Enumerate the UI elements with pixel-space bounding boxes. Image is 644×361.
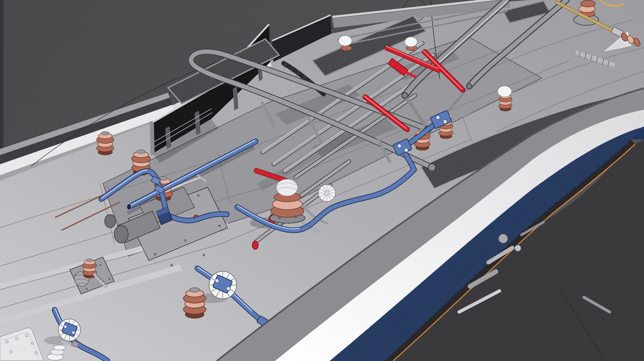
frame-joint-1: [402, 92, 408, 98]
linkage-hub-2: [514, 245, 521, 251]
white-cap-insulator-2: [405, 37, 417, 47]
render-canvas[interactable]: [0, 0, 644, 361]
switch-motor-end: [114, 225, 128, 243]
switch-motor-2: [105, 215, 116, 228]
vent-wall-endcap: [150, 121, 154, 156]
bus-tube-open-end: [127, 204, 132, 210]
linkage-hub-1: [498, 234, 508, 243]
pipe-red-cap-2: [252, 241, 258, 249]
frame-joint-2: [466, 84, 472, 89]
white-cap-insulator-4: [498, 86, 512, 97]
copper-insulator-left-1: [96, 132, 114, 155]
white-disc-insulator-mid: [318, 185, 335, 202]
copper-insulator-topright: [581, 0, 595, 7]
copper-insulator-bottom: [184, 288, 206, 319]
frame-clevis-1: [428, 164, 436, 171]
white-cap-insulator-1: [338, 36, 352, 46]
viewport-3d-render[interactable]: [0, 0, 644, 361]
